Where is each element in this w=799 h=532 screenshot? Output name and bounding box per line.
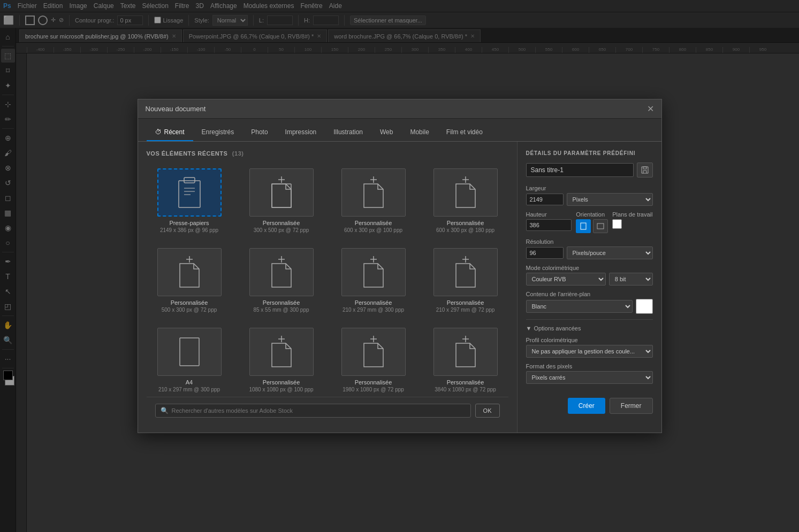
preset-size-6: 210 x 297 mm @ 300 ppp xyxy=(343,307,404,313)
recent-label: VOS ÉLÉMENTS RÉCENTS (13) xyxy=(147,150,508,157)
chevron-down-icon: ▼ xyxy=(526,325,532,331)
preset-name-row xyxy=(526,163,653,178)
save-preset-button[interactable] xyxy=(637,163,653,178)
bg-select[interactable]: Blanc xyxy=(526,300,633,313)
color-profile-select[interactable]: Ne pas appliquer la gestion des coule... xyxy=(526,345,653,358)
svg-rect-1 xyxy=(184,178,195,183)
preset-name-11: Personnalisée xyxy=(447,379,484,385)
preset-item-3[interactable]: Personnalisée 600 x 300 px @ 180 ppp xyxy=(423,164,508,237)
fermer-button[interactable]: Fermer xyxy=(610,398,653,414)
preset-size-4: 500 x 300 px @ 72 ppp xyxy=(162,307,217,313)
search-ok-button[interactable]: OK xyxy=(475,404,500,418)
plans-label: Plans de travail xyxy=(612,211,652,218)
preset-name-9: Personnalisée xyxy=(263,379,300,385)
preset-size-2: 600 x 300 px @ 100 ppp xyxy=(344,227,402,233)
preset-item-4[interactable]: Personnalisée 500 x 300 px @ 72 ppp xyxy=(147,244,232,317)
height-input[interactable] xyxy=(526,219,572,231)
preset-size-11: 3840 x 1080 px @ 72 ppp xyxy=(435,387,496,392)
svg-rect-28 xyxy=(581,223,586,229)
preset-name-8: A4 xyxy=(186,379,193,385)
preset-name-7: Personnalisée xyxy=(447,299,484,306)
preset-item-1[interactable]: Personnalisée 300 x 500 px @ 72 ppp xyxy=(239,164,324,237)
preset-size-10: 1980 x 1080 px @ 72 ppp xyxy=(343,387,404,392)
portrait-button[interactable] xyxy=(576,219,591,233)
tab-recent[interactable]: ⏱ Récent xyxy=(147,124,193,141)
preset-item-11[interactable]: Personnalisée 3840 x 1080 px @ 72 ppp xyxy=(423,323,508,397)
preset-icon-4 xyxy=(157,248,222,296)
search-wrapper: 🔍 xyxy=(155,404,471,418)
advanced-toggle[interactable]: ▼ Options avancées xyxy=(526,325,653,331)
svg-rect-20 xyxy=(180,338,199,366)
preset-name-3: Personnalisée xyxy=(447,220,484,226)
preset-name-4: Personnalisée xyxy=(171,299,208,306)
preset-item-8[interactable]: A4 210 x 297 mm @ 300 ppp xyxy=(147,323,232,397)
preset-name-10: Personnalisée xyxy=(355,379,392,385)
width-unit-select[interactable]: Pixels xyxy=(567,193,653,206)
orientation-label: Orientation xyxy=(576,211,608,218)
divider-advanced xyxy=(526,319,653,320)
preset-icon-10 xyxy=(341,328,406,376)
preset-item-9[interactable]: Personnalisée 1080 x 1080 px @ 100 ppp xyxy=(239,323,324,397)
search-icon: 🔍 xyxy=(161,407,169,414)
pixel-format-label: Format des pixels xyxy=(526,363,653,369)
preset-item-0[interactable]: Presse-papiers 2149 x 386 px @ 96 ppp xyxy=(147,164,232,237)
color-depth-select[interactable]: 8 bit xyxy=(609,273,653,286)
dialog-title: Nouveau document xyxy=(146,105,206,113)
preset-size-0: 2149 x 386 px @ 96 ppp xyxy=(160,227,218,233)
bg-row: Blanc xyxy=(526,299,653,314)
preset-icon-3 xyxy=(433,168,498,217)
items-grid: Presse-papiers 2149 x 386 px @ 96 ppp xyxy=(147,164,508,397)
height-label: Hauteur xyxy=(526,211,572,218)
color-mode-label: Mode colorimétrique xyxy=(526,265,653,271)
preset-icon-7 xyxy=(433,248,498,296)
height-section: Hauteur xyxy=(526,211,572,233)
preset-icon-6 xyxy=(341,248,406,296)
resolution-unit-select[interactable]: Pixels/pouce xyxy=(567,246,653,259)
create-button[interactable]: Créer xyxy=(568,398,605,414)
stock-search-input[interactable] xyxy=(155,404,471,418)
tab-photo[interactable]: Photo xyxy=(242,124,276,141)
preset-name-0: Presse-papiers xyxy=(170,220,209,226)
svg-rect-7 xyxy=(272,184,291,207)
preset-item-2[interactable]: Personnalisée 600 x 300 px @ 100 ppp xyxy=(331,164,416,237)
tab-film[interactable]: Film et vidéo xyxy=(438,124,491,141)
color-mode-select[interactable]: Couleur RVB xyxy=(526,273,606,286)
dialog-tabs: ⏱ Récent Enregistrés Photo Impression Il… xyxy=(138,119,661,142)
landscape-button[interactable] xyxy=(593,219,608,233)
tab-web[interactable]: Web xyxy=(371,124,401,141)
resolution-label: Résolution xyxy=(526,238,653,245)
preset-item-6[interactable]: Personnalisée 210 x 297 mm @ 300 ppp xyxy=(331,244,416,317)
preset-item-7[interactable]: Personnalisée 210 x 297 mm @ 72 ppp xyxy=(423,244,508,317)
tab-mobile[interactable]: Mobile xyxy=(401,124,437,141)
bg-label: Contenu de l'arrière-plan xyxy=(526,291,653,297)
preset-size-8: 210 x 297 mm @ 300 ppp xyxy=(158,387,220,392)
tab-enregistres[interactable]: Enregistrés xyxy=(193,124,243,141)
new-document-dialog: Nouveau document ✕ ⏱ Récent Enregistrés … xyxy=(138,99,662,433)
dialog-header: Nouveau document ✕ xyxy=(138,99,661,119)
clock-icon: ⏱ xyxy=(155,128,162,136)
preset-icon-11 xyxy=(433,328,498,376)
orientation-section: Orientation xyxy=(576,211,608,233)
color-mode-row: Couleur RVB 8 bit xyxy=(526,273,653,286)
plans-checkbox[interactable] xyxy=(612,219,622,229)
bg-color-swatch[interactable] xyxy=(636,299,653,314)
orientation-buttons xyxy=(576,219,608,233)
resolution-input[interactable] xyxy=(526,247,564,259)
svg-rect-0 xyxy=(179,181,200,207)
color-profile-label: Profil colorimétrique xyxy=(526,337,653,343)
plans-section: Plans de travail xyxy=(612,211,652,233)
dialog-body: VOS ÉLÉMENTS RÉCENTS (13) xyxy=(138,142,661,433)
width-input[interactable] xyxy=(526,194,564,205)
preset-icon-5 xyxy=(249,248,314,296)
preset-name-input[interactable] xyxy=(526,163,634,177)
preset-item-5[interactable]: Personnalisée 85 x 55 mm @ 300 ppp xyxy=(239,244,324,317)
tab-illustration[interactable]: Illustration xyxy=(325,124,371,141)
search-bar: 🔍 OK xyxy=(147,397,508,424)
pixel-format-select[interactable]: Pixels carrés xyxy=(526,371,653,384)
dialog-close-button[interactable]: ✕ xyxy=(647,104,654,114)
preset-item-10[interactable]: Personnalisée 1980 x 1080 px @ 72 ppp xyxy=(331,323,416,397)
preset-size-3: 600 x 300 px @ 180 ppp xyxy=(436,227,494,233)
tab-impression[interactable]: Impression xyxy=(277,124,325,141)
preset-name-1: Personnalisée xyxy=(263,220,300,226)
width-row: Pixels xyxy=(526,193,653,206)
